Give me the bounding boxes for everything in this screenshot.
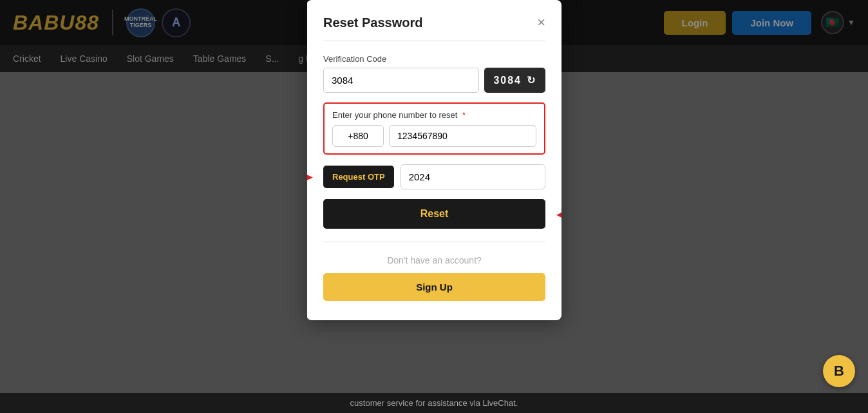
otp-input[interactable] (400, 164, 545, 189)
phone-inputs (332, 125, 536, 147)
modal-header: Reset Password × (307, 0, 561, 41)
bottom-bar-text: customer service for assistance via Live… (350, 398, 518, 408)
floating-b-label: B (834, 363, 844, 379)
bottom-bar: customer service for assistance via Live… (0, 393, 868, 413)
reset-button-wrapper: Reset ◀ (323, 199, 545, 229)
phone-label: Enter your phone number to reset * (332, 110, 536, 120)
modal-top-divider (323, 41, 545, 41)
verification-code-input[interactable] (323, 68, 479, 93)
verification-code-label: Verification Code (323, 54, 545, 64)
phone-section: Enter your phone number to reset * (323, 102, 545, 155)
reset-button[interactable]: Reset (323, 199, 545, 229)
required-star: * (462, 110, 466, 120)
captcha-text: 3084 (493, 75, 522, 86)
no-account-text: Don't have an account? (323, 255, 545, 265)
phone-label-text: Enter your phone number to reset (332, 110, 457, 120)
modal-title: Reset Password (323, 15, 423, 30)
verification-code-row: 3084 ↻ (323, 68, 545, 93)
phone-code-input[interactable] (332, 125, 384, 147)
modal-close-button[interactable]: × (537, 14, 545, 31)
refresh-icon: ↻ (527, 74, 536, 86)
phone-number-input[interactable] (389, 125, 536, 147)
reset-password-modal: Reset Password × Verification Code 3084 … (307, 0, 561, 320)
reset-arrow-icon: ◀ (556, 205, 561, 223)
floating-b-button[interactable]: B (823, 355, 855, 387)
request-otp-button[interactable]: Request OTP (323, 166, 394, 188)
modal-body: Verification Code 3084 ↻ Enter your phon… (307, 54, 561, 301)
captcha-box[interactable]: 3084 ↻ (484, 68, 545, 93)
modal-bottom-divider (323, 242, 545, 242)
otp-arrow-icon: ➤ (307, 168, 314, 186)
otp-row: ➤ Request OTP (323, 164, 545, 189)
sign-up-button[interactable]: Sign Up (323, 273, 545, 301)
